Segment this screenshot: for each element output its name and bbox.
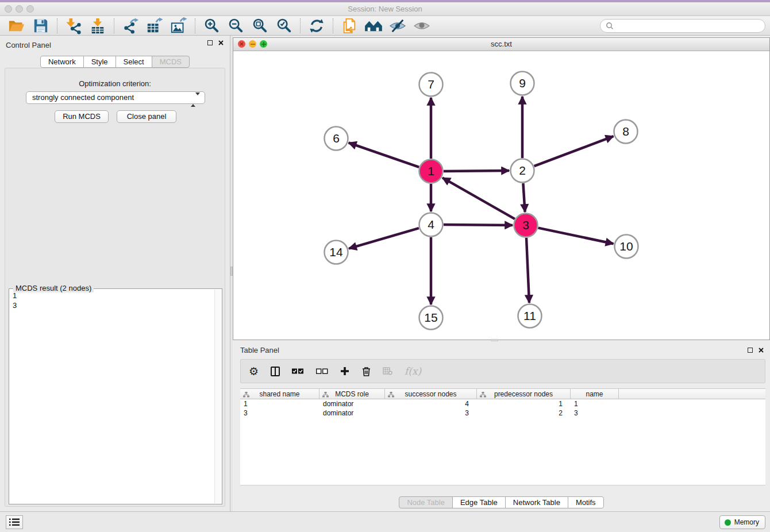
search-box[interactable] xyxy=(600,19,765,33)
column-header-label: shared name xyxy=(259,390,299,398)
network-window-title: scc.txt xyxy=(233,38,769,51)
table-cell: 1 xyxy=(240,399,319,408)
network-canvas[interactable]: 1234678910111415 xyxy=(233,52,769,340)
graph-edge-2-8[interactable] xyxy=(534,136,614,166)
horizontal-divider-grip[interactable] xyxy=(491,339,498,341)
column-header-mcds-role[interactable]: MCDS role xyxy=(319,389,385,399)
tab-mcds[interactable]: MCDS xyxy=(152,56,190,68)
list-icon xyxy=(9,518,20,526)
select-arrows-icon xyxy=(191,94,200,106)
table-row[interactable]: 1dominator411 xyxy=(240,399,765,408)
table-cell: 3 xyxy=(385,408,477,418)
table-cell: 4 xyxy=(385,399,477,408)
zoom-in-icon[interactable] xyxy=(202,17,221,34)
graph-node-label: 11 xyxy=(523,309,536,322)
unselect-all-columns-icon[interactable] xyxy=(316,368,328,374)
tab-network-table[interactable]: Network Table xyxy=(505,496,568,508)
table-cell: 3 xyxy=(240,408,319,418)
table-cell: dominator xyxy=(319,408,385,418)
tab-network[interactable]: Network xyxy=(40,56,84,68)
run-mcds-button[interactable]: Run MCDS xyxy=(55,110,109,123)
show-all-icon[interactable] xyxy=(412,17,432,34)
network-view-window: scc.txt 1234678910111415 xyxy=(233,37,770,340)
table-body: 1dominator4113dominator323 xyxy=(240,399,765,485)
criterion-select[interactable]: strongly connected component xyxy=(26,91,205,104)
table-panel-tabs: Node TableEdge TableNetwork TableMotifs xyxy=(233,496,770,508)
hide-selected-icon[interactable] xyxy=(388,17,407,34)
graph-edge-3-10[interactable] xyxy=(538,228,614,244)
tab-select[interactable]: Select xyxy=(116,56,152,68)
tab-style[interactable]: Style xyxy=(83,56,116,68)
network-close-button[interactable] xyxy=(238,40,245,48)
toolbar-separator xyxy=(57,18,57,33)
column-header-shared-name[interactable]: shared name xyxy=(240,389,319,399)
table-panel-title: Table Panel xyxy=(240,346,279,354)
function-builder-icon: f(x) xyxy=(405,365,421,377)
control-panel-title: Control Panel xyxy=(6,41,51,49)
graph-edge-3-11[interactable] xyxy=(526,238,529,303)
mcds-result-text: 1 3 xyxy=(13,291,17,310)
close-panel-icon[interactable] xyxy=(218,40,224,45)
network-maximize-button[interactable] xyxy=(260,40,267,48)
column-header-name[interactable]: name xyxy=(571,389,619,399)
import-network-icon[interactable] xyxy=(64,17,83,34)
export-table-icon[interactable] xyxy=(145,17,164,34)
create-column-icon[interactable] xyxy=(340,367,349,376)
graph-edge-4-14[interactable] xyxy=(349,228,419,249)
network-window-titlebar[interactable]: scc.txt xyxy=(233,38,769,51)
zoom-out-icon[interactable] xyxy=(226,17,245,34)
graph-edge-2-3[interactable] xyxy=(523,183,525,212)
graph-edge-4-3[interactable] xyxy=(444,225,513,225)
float-panel-icon[interactable] xyxy=(207,40,213,45)
graph-node-label: 7 xyxy=(428,78,434,91)
toolbar-separator xyxy=(300,18,301,33)
column-header-predecessor-nodes[interactable]: predecessor nodes xyxy=(477,389,571,399)
open-session-icon[interactable] xyxy=(7,17,26,34)
memory-status-icon xyxy=(725,519,731,526)
close-panel-icon[interactable] xyxy=(758,347,764,353)
table-cell: 3 xyxy=(571,408,619,418)
status-bar: Memory xyxy=(0,511,770,532)
tab-node-table[interactable]: Node Table xyxy=(399,496,453,508)
float-panel-icon[interactable] xyxy=(748,348,753,353)
graph-node-label: 8 xyxy=(622,125,629,138)
export-image-icon[interactable] xyxy=(169,17,188,34)
column-header-successor-nodes[interactable]: successor nodes xyxy=(385,389,477,399)
zoom-fit-icon[interactable] xyxy=(250,17,270,34)
task-history-button[interactable] xyxy=(6,515,23,529)
table-toolbar: ⚙ xyxy=(240,359,765,383)
memory-button[interactable]: Memory xyxy=(719,515,765,529)
delete-column-icon[interactable] xyxy=(361,367,371,376)
network-minimize-button[interactable] xyxy=(249,40,256,48)
column-header-label: successor nodes xyxy=(405,390,456,398)
apply-layout-icon[interactable] xyxy=(307,17,326,34)
column-header-label: name xyxy=(586,390,603,398)
table-row[interactable]: 3dominator323 xyxy=(240,408,765,418)
result-scrollbar[interactable] xyxy=(214,290,221,503)
export-network-icon[interactable] xyxy=(121,17,140,34)
graph-edge-3-1[interactable] xyxy=(442,178,515,219)
control-panel-tabs: NetworkStyleSelectMCDS xyxy=(0,56,230,68)
table-settings-icon[interactable]: ⚙ xyxy=(249,366,259,377)
graph-node-label: 9 xyxy=(519,76,526,90)
zoom-selected-icon[interactable] xyxy=(274,17,294,34)
table-header-row: shared nameMCDS rolesuccessor nodesprede… xyxy=(240,388,765,399)
save-session-icon[interactable] xyxy=(31,17,51,34)
control-panel: Control Panel NetworkStyleSelectMCDS Opt… xyxy=(0,36,230,511)
graph-node-label: 14 xyxy=(329,245,343,259)
new-network-from-selection-icon[interactable] xyxy=(340,17,359,34)
graph-node-label: 10 xyxy=(619,240,633,253)
graph-edge-1-6[interactable] xyxy=(349,143,419,167)
tab-edge-table[interactable]: Edge Table xyxy=(452,496,506,508)
show-columns-icon[interactable] xyxy=(271,367,280,376)
first-neighbors-icon[interactable] xyxy=(364,17,383,34)
search-icon xyxy=(606,22,614,30)
search-input[interactable] xyxy=(617,21,760,30)
graph-node-label: 3 xyxy=(522,218,529,232)
close-panel-button[interactable]: Close panel xyxy=(117,110,176,123)
column-header-label: predecessor nodes xyxy=(494,390,553,398)
graph-edge-1-2[interactable] xyxy=(444,171,509,171)
tab-motifs[interactable]: Motifs xyxy=(568,496,604,508)
select-all-columns-icon[interactable] xyxy=(292,368,304,374)
import-table-icon[interactable] xyxy=(88,17,107,34)
